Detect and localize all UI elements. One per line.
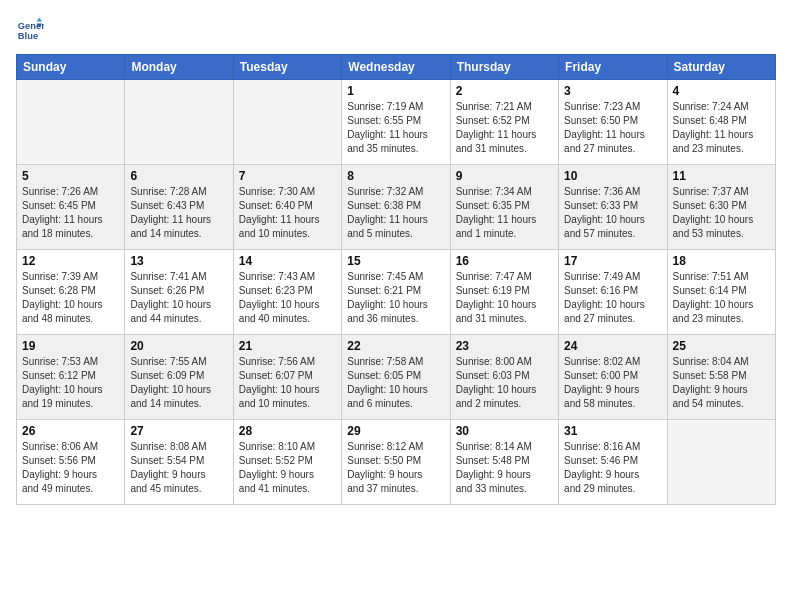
weekday-header-friday: Friday <box>559 55 667 80</box>
day-number: 1 <box>347 84 444 98</box>
day-number: 29 <box>347 424 444 438</box>
day-info: Sunrise: 8:02 AMSunset: 6:00 PMDaylight:… <box>564 355 661 411</box>
day-number: 7 <box>239 169 336 183</box>
weekday-header-tuesday: Tuesday <box>233 55 341 80</box>
calendar-cell: 10Sunrise: 7:36 AMSunset: 6:33 PMDayligh… <box>559 165 667 250</box>
day-number: 8 <box>347 169 444 183</box>
calendar-cell: 11Sunrise: 7:37 AMSunset: 6:30 PMDayligh… <box>667 165 775 250</box>
day-info: Sunrise: 8:06 AMSunset: 5:56 PMDaylight:… <box>22 440 119 496</box>
logo: General Blue <box>16 16 48 44</box>
day-info: Sunrise: 7:55 AMSunset: 6:09 PMDaylight:… <box>130 355 227 411</box>
day-info: Sunrise: 7:51 AMSunset: 6:14 PMDaylight:… <box>673 270 770 326</box>
calendar-cell: 7Sunrise: 7:30 AMSunset: 6:40 PMDaylight… <box>233 165 341 250</box>
calendar-cell: 3Sunrise: 7:23 AMSunset: 6:50 PMDaylight… <box>559 80 667 165</box>
day-info: Sunrise: 7:32 AMSunset: 6:38 PMDaylight:… <box>347 185 444 241</box>
calendar-week-row: 5Sunrise: 7:26 AMSunset: 6:45 PMDaylight… <box>17 165 776 250</box>
calendar-cell <box>667 420 775 505</box>
day-info: Sunrise: 7:47 AMSunset: 6:19 PMDaylight:… <box>456 270 553 326</box>
calendar-cell: 28Sunrise: 8:10 AMSunset: 5:52 PMDayligh… <box>233 420 341 505</box>
day-number: 20 <box>130 339 227 353</box>
weekday-header-thursday: Thursday <box>450 55 558 80</box>
day-number: 14 <box>239 254 336 268</box>
calendar-cell: 1Sunrise: 7:19 AMSunset: 6:55 PMDaylight… <box>342 80 450 165</box>
day-number: 12 <box>22 254 119 268</box>
calendar-cell <box>233 80 341 165</box>
day-info: Sunrise: 8:08 AMSunset: 5:54 PMDaylight:… <box>130 440 227 496</box>
header: General Blue <box>16 16 776 44</box>
day-info: Sunrise: 7:41 AMSunset: 6:26 PMDaylight:… <box>130 270 227 326</box>
calendar-week-row: 19Sunrise: 7:53 AMSunset: 6:12 PMDayligh… <box>17 335 776 420</box>
day-number: 4 <box>673 84 770 98</box>
day-number: 25 <box>673 339 770 353</box>
calendar-cell: 18Sunrise: 7:51 AMSunset: 6:14 PMDayligh… <box>667 250 775 335</box>
weekday-header-sunday: Sunday <box>17 55 125 80</box>
day-number: 5 <box>22 169 119 183</box>
day-info: Sunrise: 7:21 AMSunset: 6:52 PMDaylight:… <box>456 100 553 156</box>
calendar-cell: 22Sunrise: 7:58 AMSunset: 6:05 PMDayligh… <box>342 335 450 420</box>
day-info: Sunrise: 7:34 AMSunset: 6:35 PMDaylight:… <box>456 185 553 241</box>
weekday-header-monday: Monday <box>125 55 233 80</box>
day-info: Sunrise: 7:49 AMSunset: 6:16 PMDaylight:… <box>564 270 661 326</box>
calendar-cell: 4Sunrise: 7:24 AMSunset: 6:48 PMDaylight… <box>667 80 775 165</box>
calendar-cell: 9Sunrise: 7:34 AMSunset: 6:35 PMDaylight… <box>450 165 558 250</box>
day-info: Sunrise: 7:39 AMSunset: 6:28 PMDaylight:… <box>22 270 119 326</box>
day-number: 10 <box>564 169 661 183</box>
calendar-cell <box>125 80 233 165</box>
weekday-header-saturday: Saturday <box>667 55 775 80</box>
day-info: Sunrise: 7:53 AMSunset: 6:12 PMDaylight:… <box>22 355 119 411</box>
day-info: Sunrise: 8:10 AMSunset: 5:52 PMDaylight:… <box>239 440 336 496</box>
calendar-week-row: 1Sunrise: 7:19 AMSunset: 6:55 PMDaylight… <box>17 80 776 165</box>
calendar-cell: 23Sunrise: 8:00 AMSunset: 6:03 PMDayligh… <box>450 335 558 420</box>
calendar-cell <box>17 80 125 165</box>
day-info: Sunrise: 7:56 AMSunset: 6:07 PMDaylight:… <box>239 355 336 411</box>
calendar-cell: 13Sunrise: 7:41 AMSunset: 6:26 PMDayligh… <box>125 250 233 335</box>
calendar-cell: 31Sunrise: 8:16 AMSunset: 5:46 PMDayligh… <box>559 420 667 505</box>
day-number: 17 <box>564 254 661 268</box>
day-number: 18 <box>673 254 770 268</box>
day-info: Sunrise: 7:58 AMSunset: 6:05 PMDaylight:… <box>347 355 444 411</box>
day-info: Sunrise: 8:14 AMSunset: 5:48 PMDaylight:… <box>456 440 553 496</box>
calendar-cell: 21Sunrise: 7:56 AMSunset: 6:07 PMDayligh… <box>233 335 341 420</box>
day-number: 9 <box>456 169 553 183</box>
svg-text:Blue: Blue <box>18 31 38 41</box>
day-number: 13 <box>130 254 227 268</box>
day-info: Sunrise: 7:36 AMSunset: 6:33 PMDaylight:… <box>564 185 661 241</box>
weekday-header-row: SundayMondayTuesdayWednesdayThursdayFrid… <box>17 55 776 80</box>
weekday-header-wednesday: Wednesday <box>342 55 450 80</box>
day-number: 3 <box>564 84 661 98</box>
day-info: Sunrise: 7:26 AMSunset: 6:45 PMDaylight:… <box>22 185 119 241</box>
day-info: Sunrise: 7:43 AMSunset: 6:23 PMDaylight:… <box>239 270 336 326</box>
day-number: 15 <box>347 254 444 268</box>
day-number: 23 <box>456 339 553 353</box>
day-info: Sunrise: 7:19 AMSunset: 6:55 PMDaylight:… <box>347 100 444 156</box>
calendar-cell: 15Sunrise: 7:45 AMSunset: 6:21 PMDayligh… <box>342 250 450 335</box>
day-info: Sunrise: 7:24 AMSunset: 6:48 PMDaylight:… <box>673 100 770 156</box>
day-info: Sunrise: 7:28 AMSunset: 6:43 PMDaylight:… <box>130 185 227 241</box>
calendar-cell: 8Sunrise: 7:32 AMSunset: 6:38 PMDaylight… <box>342 165 450 250</box>
day-number: 24 <box>564 339 661 353</box>
day-info: Sunrise: 7:45 AMSunset: 6:21 PMDaylight:… <box>347 270 444 326</box>
calendar-cell: 27Sunrise: 8:08 AMSunset: 5:54 PMDayligh… <box>125 420 233 505</box>
calendar-cell: 24Sunrise: 8:02 AMSunset: 6:00 PMDayligh… <box>559 335 667 420</box>
day-info: Sunrise: 7:37 AMSunset: 6:30 PMDaylight:… <box>673 185 770 241</box>
calendar-cell: 20Sunrise: 7:55 AMSunset: 6:09 PMDayligh… <box>125 335 233 420</box>
calendar-week-row: 26Sunrise: 8:06 AMSunset: 5:56 PMDayligh… <box>17 420 776 505</box>
calendar-cell: 2Sunrise: 7:21 AMSunset: 6:52 PMDaylight… <box>450 80 558 165</box>
calendar-cell: 26Sunrise: 8:06 AMSunset: 5:56 PMDayligh… <box>17 420 125 505</box>
calendar-cell: 29Sunrise: 8:12 AMSunset: 5:50 PMDayligh… <box>342 420 450 505</box>
calendar-week-row: 12Sunrise: 7:39 AMSunset: 6:28 PMDayligh… <box>17 250 776 335</box>
day-number: 19 <box>22 339 119 353</box>
day-info: Sunrise: 8:12 AMSunset: 5:50 PMDaylight:… <box>347 440 444 496</box>
day-info: Sunrise: 8:04 AMSunset: 5:58 PMDaylight:… <box>673 355 770 411</box>
day-number: 30 <box>456 424 553 438</box>
day-number: 2 <box>456 84 553 98</box>
day-info: Sunrise: 8:16 AMSunset: 5:46 PMDaylight:… <box>564 440 661 496</box>
day-info: Sunrise: 8:00 AMSunset: 6:03 PMDaylight:… <box>456 355 553 411</box>
logo-icon: General Blue <box>16 16 44 44</box>
calendar-cell: 6Sunrise: 7:28 AMSunset: 6:43 PMDaylight… <box>125 165 233 250</box>
day-number: 26 <box>22 424 119 438</box>
calendar-cell: 17Sunrise: 7:49 AMSunset: 6:16 PMDayligh… <box>559 250 667 335</box>
calendar-cell: 16Sunrise: 7:47 AMSunset: 6:19 PMDayligh… <box>450 250 558 335</box>
day-number: 11 <box>673 169 770 183</box>
day-info: Sunrise: 7:30 AMSunset: 6:40 PMDaylight:… <box>239 185 336 241</box>
